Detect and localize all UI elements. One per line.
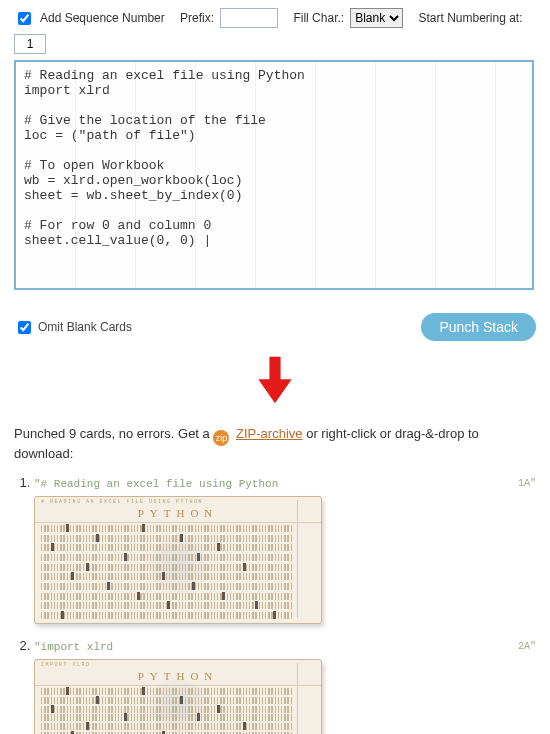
zip-archive-link[interactable]: ZIP-archive xyxy=(236,426,302,441)
result-prefix: Punched 9 cards, no errors. Get a xyxy=(14,426,213,441)
prefix-label: Prefix: xyxy=(180,11,214,25)
omit-blank-label: Omit Blank Cards xyxy=(38,320,132,334)
punchcard-image[interactable]: # READING AN EXCEL FILE USING PYTHON PYT… xyxy=(34,496,322,624)
result-line: Punched 9 cards, no errors. Get a zip ZI… xyxy=(14,426,536,461)
prefix-input[interactable] xyxy=(220,8,278,28)
lower-row: Omit Blank Cards Punch Stack xyxy=(14,313,536,341)
punchcard-title: PYTHON xyxy=(35,507,321,519)
arrow-zone xyxy=(14,355,536,410)
card-source-line: "import xlrd 2A" xyxy=(34,641,536,653)
startnum-label: Start Numbering at: xyxy=(418,11,522,25)
fillchar-select[interactable]: Blank xyxy=(350,8,403,28)
zip-badge-icon: zip xyxy=(213,430,229,446)
omit-blank-checkbox[interactable] xyxy=(18,321,31,334)
down-arrow-icon xyxy=(256,355,294,407)
card-source-text: "import xlrd xyxy=(34,641,518,653)
add-sequence-checkbox[interactable] xyxy=(18,12,31,25)
punchcard-top-text: IMPORT XLRD xyxy=(41,662,311,668)
punchcard-image[interactable]: IMPORT XLRD PYTHON xyxy=(34,659,322,734)
card-item: "import xlrd 2A" IMPORT XLRD PYTHON xyxy=(34,638,536,734)
card-seq: 2A" xyxy=(518,641,536,653)
card-source-text: "# Reading an excel file using Python xyxy=(34,478,518,490)
source-code-textarea[interactable] xyxy=(14,60,534,290)
punch-stack-button[interactable]: Punch Stack xyxy=(421,313,536,341)
card-item: "# Reading an excel file using Python 1A… xyxy=(34,475,536,624)
startnum-input[interactable] xyxy=(14,34,46,54)
card-source-line: "# Reading an excel file using Python 1A… xyxy=(34,478,536,490)
fillchar-label: Fill Char.: xyxy=(293,11,344,25)
options-row: Add Sequence Number Prefix: Fill Char.: … xyxy=(14,8,536,54)
card-list: "# Reading an excel file using Python 1A… xyxy=(34,475,536,734)
add-sequence-label: Add Sequence Number xyxy=(40,11,165,25)
card-seq: 1A" xyxy=(518,478,536,490)
punchcard-top-text: # READING AN EXCEL FILE USING PYTHON xyxy=(41,499,311,505)
